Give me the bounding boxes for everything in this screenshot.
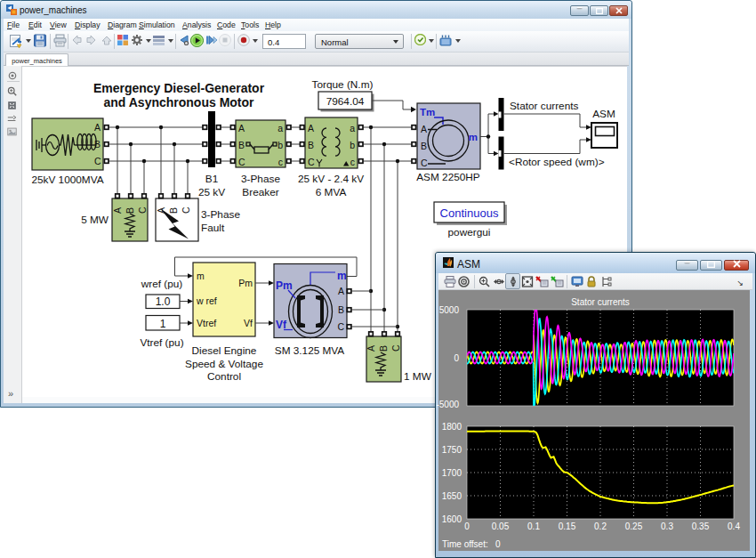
svg-text:B: B bbox=[338, 304, 344, 315]
svg-text:Time offset: 0: Time offset: 0 bbox=[442, 539, 501, 549]
svg-text:B: B bbox=[421, 141, 427, 151]
svg-text:Tm: Tm bbox=[420, 107, 435, 117]
svg-text:25 kV - 2.4 kV: 25 kV - 2.4 kV bbox=[298, 173, 364, 185]
svg-text:b: b bbox=[350, 140, 355, 150]
svg-text:C: C bbox=[337, 321, 344, 332]
svg-text:Pm: Pm bbox=[276, 279, 293, 292]
svg-text:0.4: 0.4 bbox=[728, 522, 740, 531]
svg-text:1600: 1600 bbox=[442, 514, 462, 524]
svg-text:m: m bbox=[197, 271, 205, 281]
svg-text:m: m bbox=[337, 270, 347, 282]
svg-text:Diesel Engine: Diesel Engine bbox=[192, 344, 257, 357]
svg-text:ASM: ASM bbox=[592, 108, 615, 120]
svg-text:A: A bbox=[112, 207, 123, 214]
svg-text:A: A bbox=[94, 122, 101, 133]
svg-text:Fault: Fault bbox=[201, 222, 225, 234]
svg-text:B: B bbox=[94, 139, 101, 150]
svg-text:25kV 1000MVA: 25kV 1000MVA bbox=[31, 174, 103, 186]
svg-text:B: B bbox=[238, 140, 245, 150]
svg-text:1650: 1650 bbox=[442, 491, 462, 501]
svg-text:Vtref: Vtref bbox=[197, 318, 216, 328]
svg-text:Stator currents: Stator currents bbox=[571, 297, 630, 307]
svg-text:1800: 1800 bbox=[442, 422, 462, 432]
svg-text:3-Phase: 3-Phase bbox=[241, 173, 280, 185]
svg-text:A: A bbox=[308, 123, 314, 133]
svg-text:SM 3.125 MVA: SM 3.125 MVA bbox=[275, 344, 345, 357]
svg-text:Speed & Voltage: Speed & Voltage bbox=[185, 358, 263, 370]
svg-text:B: B bbox=[378, 345, 389, 352]
svg-text:powergui: powergui bbox=[448, 226, 491, 239]
svg-text:c: c bbox=[350, 157, 355, 167]
svg-text:Control: Control bbox=[207, 370, 241, 383]
svg-text:Vf: Vf bbox=[244, 318, 253, 328]
svg-text:Breaker: Breaker bbox=[242, 186, 278, 198]
svg-text:0: 0 bbox=[454, 353, 459, 363]
svg-text:0.15: 0.15 bbox=[559, 522, 576, 531]
svg-text:7964.04: 7964.04 bbox=[326, 95, 365, 108]
svg-text:5 MW: 5 MW bbox=[81, 214, 109, 226]
svg-text:c: c bbox=[278, 157, 283, 167]
svg-text:Pm: Pm bbox=[238, 278, 253, 288]
svg-text:1750: 1750 bbox=[442, 445, 462, 455]
svg-text:C: C bbox=[238, 157, 245, 167]
svg-text:0.35: 0.35 bbox=[692, 522, 710, 531]
svg-text:Vtref (pu): Vtref (pu) bbox=[140, 336, 183, 349]
svg-text:Emergency Diesel-Generator: Emergency Diesel-Generator bbox=[93, 81, 265, 95]
svg-text:1700: 1700 bbox=[442, 468, 462, 478]
svg-text:a: a bbox=[277, 123, 283, 133]
svg-text:m: m bbox=[469, 132, 478, 142]
svg-text:1.0: 1.0 bbox=[156, 295, 171, 308]
svg-text:C: C bbox=[390, 344, 401, 352]
svg-text:-5000: -5000 bbox=[436, 400, 459, 409]
svg-text:C: C bbox=[137, 206, 148, 214]
svg-text:C: C bbox=[421, 158, 428, 168]
svg-text:5000: 5000 bbox=[439, 305, 460, 315]
svg-text:0.3: 0.3 bbox=[661, 522, 673, 531]
svg-text:wref (pu): wref (pu) bbox=[141, 278, 183, 290]
svg-text:0.1: 0.1 bbox=[527, 522, 540, 531]
svg-text:A: A bbox=[366, 345, 376, 352]
svg-text:B: B bbox=[308, 140, 314, 150]
svg-text:A: A bbox=[338, 286, 344, 296]
svg-text:25 kV: 25 kV bbox=[198, 186, 225, 198]
svg-text:0.2: 0.2 bbox=[594, 522, 607, 531]
svg-text:B: B bbox=[125, 207, 135, 214]
svg-text:0.25: 0.25 bbox=[625, 522, 643, 531]
svg-text:Continuous: Continuous bbox=[440, 206, 499, 220]
svg-text:B: B bbox=[168, 207, 179, 214]
svg-text:3-Phase: 3-Phase bbox=[201, 208, 240, 221]
svg-text:a: a bbox=[350, 123, 355, 133]
svg-text:w ref: w ref bbox=[196, 295, 217, 306]
svg-text:0: 0 bbox=[464, 522, 470, 531]
svg-text:0.05: 0.05 bbox=[492, 522, 510, 531]
svg-text:B1: B1 bbox=[205, 173, 218, 185]
svg-text:Stator currents: Stator currents bbox=[510, 100, 578, 112]
svg-text:C: C bbox=[308, 157, 315, 167]
svg-text:1 MW: 1 MW bbox=[404, 370, 432, 383]
svg-text:b: b bbox=[277, 140, 283, 150]
svg-text:A: A bbox=[238, 123, 245, 133]
svg-text:and Asynchronous Motor: and Asynchronous Motor bbox=[103, 95, 254, 109]
svg-text:Torque (N.m): Torque (N.m) bbox=[312, 78, 374, 91]
svg-text:A: A bbox=[421, 124, 427, 134]
svg-text:<Rotor speed (wm)>: <Rotor speed (wm)> bbox=[509, 156, 605, 168]
svg-text:1: 1 bbox=[160, 318, 166, 330]
svg-text:C: C bbox=[181, 206, 191, 214]
svg-text:6 MVA: 6 MVA bbox=[316, 186, 347, 198]
svg-text:C: C bbox=[94, 156, 101, 166]
svg-text:ASM 2250HP: ASM 2250HP bbox=[416, 171, 480, 183]
